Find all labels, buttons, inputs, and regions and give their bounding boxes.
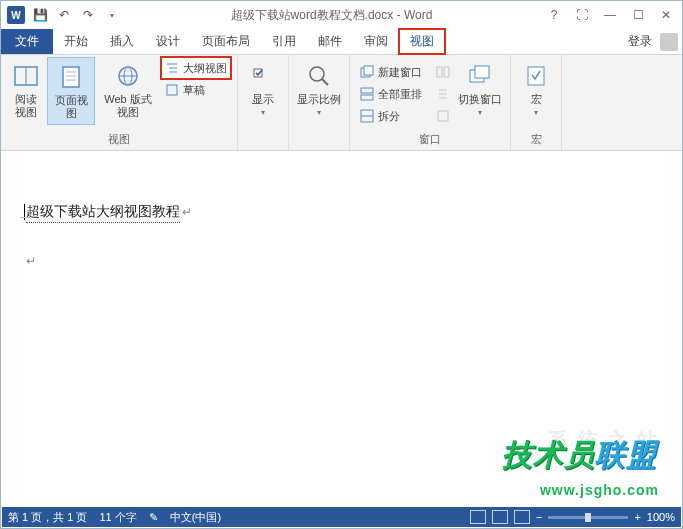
ribbon-group-show: 显示 ▾ bbox=[238, 55, 289, 150]
ribbon-group-macros: 宏 ▾ 宏 bbox=[511, 55, 562, 150]
title-bar: W 💾 ↶ ↷ ▾ 超级下载站word教程文档.docx - Word ? ⛶ … bbox=[1, 1, 682, 29]
svg-point-14 bbox=[310, 67, 324, 81]
ribbon: 阅读 视图 页面视图 Web 版式视图 大纲视图 草稿 视图 bbox=[1, 55, 682, 151]
switch-windows-icon bbox=[465, 61, 495, 91]
dropdown-icon: ▾ bbox=[478, 108, 482, 118]
status-page[interactable]: 第 1 页，共 1 页 bbox=[8, 510, 87, 525]
arrange-all-icon bbox=[360, 87, 374, 101]
web-view-button[interactable]: Web 版式视图 bbox=[97, 57, 159, 123]
new-window-label: 新建窗口 bbox=[378, 65, 422, 80]
reset-position-button[interactable] bbox=[432, 105, 454, 127]
zoom-out-button[interactable]: − bbox=[536, 511, 542, 523]
tab-home[interactable]: 开始 bbox=[53, 29, 99, 54]
web-view-icon bbox=[113, 61, 143, 91]
show-button[interactable]: 显示 ▾ bbox=[244, 57, 282, 122]
split-label: 拆分 bbox=[378, 109, 400, 124]
qat-customize-button[interactable]: ▾ bbox=[101, 4, 123, 26]
arrange-all-label: 全部重排 bbox=[378, 87, 422, 102]
status-web-view-button[interactable] bbox=[514, 510, 530, 524]
draft-view-icon bbox=[165, 83, 179, 97]
watermark-url: www.jsgho.com bbox=[540, 482, 659, 498]
switch-windows-button[interactable]: 切换窗口 ▾ bbox=[456, 57, 504, 122]
read-view-button[interactable]: 阅读 视图 bbox=[7, 57, 45, 123]
views-group-label: 视图 bbox=[7, 130, 231, 150]
window-controls: ? ⛶ — ☐ ✕ bbox=[540, 4, 682, 26]
tab-design[interactable]: 设计 bbox=[145, 29, 191, 54]
maximize-button[interactable]: ☐ bbox=[624, 4, 652, 26]
paragraph-mark-icon: ↵ bbox=[182, 205, 192, 219]
watermark-main: 技术员联盟 bbox=[502, 435, 657, 476]
macros-group-label: 宏 bbox=[517, 130, 555, 150]
ribbon-group-views: 阅读 视图 页面视图 Web 版式视图 大纲视图 草稿 视图 bbox=[1, 55, 238, 150]
macros-icon bbox=[521, 61, 551, 91]
svg-rect-19 bbox=[361, 95, 373, 100]
dropdown-icon: ▾ bbox=[261, 108, 265, 118]
document-text[interactable]: 超级下载站大纲视图教程 bbox=[26, 203, 180, 223]
macros-label: 宏 bbox=[531, 93, 542, 106]
zoom-button[interactable]: 显示比例 ▾ bbox=[295, 57, 343, 122]
dropdown-icon: ▾ bbox=[317, 108, 321, 118]
status-read-view-button[interactable] bbox=[470, 510, 486, 524]
svg-rect-22 bbox=[437, 67, 442, 77]
zoom-slider[interactable] bbox=[548, 516, 628, 519]
dropdown-icon: ▾ bbox=[534, 108, 538, 118]
ribbon-tabs: 文件 开始 插入 设计 页面布局 引用 邮件 审阅 视图 登录 bbox=[1, 29, 682, 55]
svg-line-15 bbox=[322, 79, 328, 85]
outline-view-button[interactable]: 大纲视图 bbox=[161, 57, 231, 79]
redo-button[interactable]: ↷ bbox=[77, 4, 99, 26]
outline-view-icon bbox=[165, 61, 179, 75]
tab-review[interactable]: 审阅 bbox=[353, 29, 399, 54]
status-language[interactable]: 中文(中国) bbox=[170, 510, 221, 525]
split-button[interactable]: 拆分 bbox=[356, 105, 426, 127]
tab-insert[interactable]: 插入 bbox=[99, 29, 145, 54]
login-link[interactable]: 登录 bbox=[624, 33, 656, 50]
window-title: 超级下载站word教程文档.docx - Word bbox=[123, 7, 540, 24]
save-button[interactable]: 💾 bbox=[29, 4, 51, 26]
close-button[interactable]: ✕ bbox=[652, 4, 680, 26]
tab-file[interactable]: 文件 bbox=[1, 29, 53, 54]
read-view-icon bbox=[11, 61, 41, 91]
svg-rect-26 bbox=[475, 66, 489, 78]
tab-layout[interactable]: 页面布局 bbox=[191, 29, 261, 54]
page-view-button[interactable]: 页面视图 bbox=[47, 57, 95, 125]
show-label: 显示 bbox=[252, 93, 274, 106]
window-group-label: 窗口 bbox=[356, 130, 504, 150]
tab-mailings[interactable]: 邮件 bbox=[307, 29, 353, 54]
tab-view[interactable]: 视图 bbox=[399, 29, 445, 54]
zoom-icon bbox=[304, 61, 334, 91]
ribbon-group-zoom: 显示比例 ▾ bbox=[289, 55, 350, 150]
document-area[interactable]: 超级下载站大纲视图教程↵ ↵ 系 统 之 站 技术员联盟 www.jsgho.c… bbox=[2, 152, 681, 506]
svg-rect-2 bbox=[63, 67, 79, 87]
status-print-view-button[interactable] bbox=[492, 510, 508, 524]
undo-button[interactable]: ↶ bbox=[53, 4, 75, 26]
split-icon bbox=[360, 109, 374, 123]
zoom-label: 显示比例 bbox=[297, 93, 341, 106]
switch-windows-label: 切换窗口 bbox=[458, 93, 502, 106]
user-avatar-icon[interactable] bbox=[660, 33, 678, 51]
zoom-in-button[interactable]: + bbox=[634, 511, 640, 523]
new-window-icon bbox=[360, 65, 374, 79]
new-window-button[interactable]: 新建窗口 bbox=[356, 61, 426, 83]
minimize-button[interactable]: — bbox=[596, 4, 624, 26]
tab-references[interactable]: 引用 bbox=[261, 29, 307, 54]
page-view-icon bbox=[56, 62, 86, 92]
reset-position-icon bbox=[436, 109, 450, 123]
status-bar: 第 1 页，共 1 页 11 个字 ✎ 中文(中国) − + 100% bbox=[2, 507, 681, 527]
ribbon-options-button[interactable]: ⛶ bbox=[568, 4, 596, 26]
status-proofing-icon[interactable]: ✎ bbox=[149, 511, 158, 524]
web-view-label: Web 版式视图 bbox=[99, 93, 157, 119]
help-button[interactable]: ? bbox=[540, 4, 568, 26]
view-side-by-side-button[interactable] bbox=[432, 61, 454, 83]
status-word-count[interactable]: 11 个字 bbox=[99, 510, 136, 525]
draft-view-label: 草稿 bbox=[183, 83, 205, 98]
read-view-label: 阅读 视图 bbox=[15, 93, 37, 119]
sync-scroll-icon bbox=[436, 87, 450, 101]
arrange-all-button[interactable]: 全部重排 bbox=[356, 83, 426, 105]
page-corner-marker bbox=[20, 208, 30, 218]
sync-scroll-button[interactable] bbox=[432, 83, 454, 105]
ribbon-group-window: 新建窗口 全部重排 拆分 切换窗口 ▾ bbox=[350, 55, 511, 150]
app-icon[interactable]: W bbox=[5, 4, 27, 26]
draft-view-button[interactable]: 草稿 bbox=[161, 79, 231, 101]
macros-button[interactable]: 宏 ▾ bbox=[517, 57, 555, 122]
zoom-value[interactable]: 100% bbox=[647, 511, 675, 523]
